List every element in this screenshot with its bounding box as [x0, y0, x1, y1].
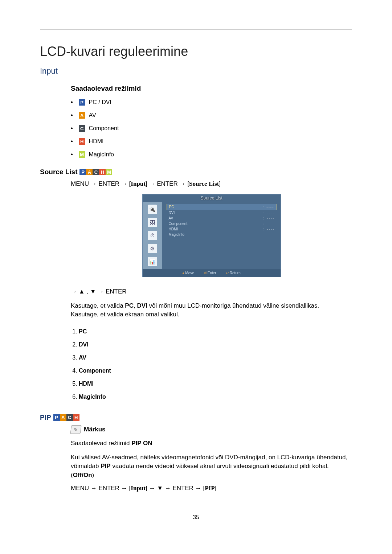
osd-footer: ♦Move ⏎Enter ↩Return — [143, 269, 281, 277]
menu-step: ENTER — [99, 485, 120, 492]
p-icon: P — [53, 414, 60, 421]
mode-label: PC / DVI — [89, 99, 111, 106]
menu-step-bold: PIP — [205, 485, 215, 492]
osd-nav-icon: 🖼 — [148, 218, 157, 227]
osd-footer-move: ♦Move — [182, 271, 194, 275]
mode-magicinfo: M MagicInfo — [71, 151, 352, 158]
osd-footer-label: Return — [230, 271, 241, 275]
pip-bold-offon: Off/On — [73, 472, 92, 479]
list-item-label: MagicInfo — [79, 394, 106, 400]
osd-nav-icon: 🔌 — [148, 205, 157, 214]
pip-menu-path: MENU → ENTER → [Input] → ▼ → ENTER → [PI… — [71, 485, 352, 492]
source-list-desc: Kasutage, et valida PC, DVI või mõni muu… — [71, 301, 352, 319]
osd-item-value: : ---- — [264, 222, 275, 226]
list-item: AV — [79, 351, 352, 364]
list-item-label: AV — [79, 354, 86, 361]
c-icon: C — [93, 169, 99, 175]
menu-step: ENTER — [99, 180, 120, 187]
osd-nav-icon: 📊 — [148, 257, 157, 266]
h-icon: H — [79, 138, 85, 145]
mode-list: P PC / DVI A AV C Component H HDMI M M — [71, 99, 352, 158]
top-rule — [40, 29, 352, 29]
osd-panel: Source List 🔌 🖼 ⏱ ⚙ 📊 PC: ---- DVI: ----… — [142, 194, 281, 277]
osd-nav-icon: ⚙ — [148, 244, 157, 253]
menu-step: ENTER — [157, 180, 178, 187]
osd-footer-label: Move — [185, 271, 194, 275]
list-item-label: DVI — [79, 341, 89, 348]
pip-note-bold: PIP ON — [131, 440, 152, 447]
list-item: MagicInfo — [79, 390, 352, 403]
pip-bold-pip: PIP — [101, 463, 110, 469]
input-heading: Input — [40, 66, 352, 76]
bold-pc: PC — [125, 302, 134, 309]
source-list-heading-row: Source List P A C H M — [40, 168, 352, 176]
source-list-block: MENU → ENTER → [Input] → ENTER → [Source… — [71, 180, 352, 403]
menu-step: MENU — [71, 180, 89, 187]
pip-note-text: Saadaolevad režiimid PIP ON — [71, 439, 352, 448]
p-icon: P — [79, 169, 86, 175]
osd-item-label: MagicInfo — [169, 233, 184, 237]
source-list-heading: Source List — [40, 168, 77, 176]
osd-item: DVI: ---- — [167, 210, 277, 216]
list-item: Component — [79, 364, 352, 377]
osd-main: PC: ---- DVI: ---- AV: ---- Component: -… — [162, 202, 281, 269]
section-input: Input Saadaolevad režiimid P PC / DVI A … — [40, 66, 352, 158]
osd-item-label: PC — [169, 205, 174, 209]
note-row: ✎ Märkus — [71, 425, 352, 434]
osd-footer-return: ↩Return — [226, 271, 241, 275]
bold-dvi: DVI — [137, 302, 147, 309]
menu-step-bold: Input — [131, 180, 146, 187]
h-icon: H — [73, 414, 79, 421]
c-icon: C — [66, 414, 73, 421]
osd-item-selected: PC: ---- — [167, 204, 277, 210]
list-item: DVI — [79, 338, 352, 351]
menu-step: ENTER — [172, 485, 193, 492]
osd-item-value: : ---- — [264, 211, 275, 215]
osd-item: MagicInfo — [167, 232, 277, 237]
h-icon: H — [99, 169, 106, 175]
osd-item-label: AV — [169, 216, 173, 220]
desc-line2: Kasutage, et valida ekraan omal valikul. — [71, 311, 180, 318]
nav-instruction: → ▲ , ▼ → ENTER — [71, 287, 352, 296]
a-icon: A — [86, 169, 93, 175]
osd-title: Source List — [143, 194, 281, 202]
badge-strip: P A C H — [53, 414, 79, 421]
pip-block: ✎ Märkus Saadaolevad režiimid PIP ON Kui… — [71, 425, 352, 492]
a-icon: A — [60, 414, 66, 421]
source-list-menu-path: MENU → ENTER → [Input] → ENTER → [Source… — [71, 180, 352, 188]
mode-av: A AV — [71, 112, 352, 119]
list-item-label: PC — [79, 328, 87, 335]
page: LCD-kuvari reguleerimine Input Saadaolev… — [0, 0, 392, 554]
menu-step: MENU — [71, 485, 89, 492]
osd-item-label: Component — [169, 222, 188, 226]
c-icon: C — [79, 125, 85, 132]
osd-footer-label: Enter — [208, 271, 216, 275]
source-item-list: PC DVI AV Component HDMI MagicInfo — [71, 325, 352, 403]
pip-heading-row: PIP P A C H — [40, 414, 352, 422]
list-item: PC — [79, 325, 352, 338]
arrow-down-icon: ▼ — [157, 485, 163, 492]
osd-footer-enter: ⏎Enter — [204, 271, 216, 275]
pip-body-seg: ) — [92, 472, 94, 479]
m-icon: M — [106, 169, 112, 175]
osd-nav-icon: ⏱ — [148, 231, 157, 240]
badge-strip: P A C H M — [79, 169, 112, 175]
osd-screenshot: Source List 🔌 🖼 ⏱ ⚙ 📊 PC: ---- DVI: ----… — [71, 194, 352, 277]
bottom-rule — [40, 503, 352, 503]
pip-note-prefix: Saadaolevad režiimid — [71, 440, 131, 447]
mode-label: MagicInfo — [89, 151, 114, 158]
osd-item: HDMI: ---- — [167, 226, 277, 232]
osd-item: AV: ---- — [167, 216, 277, 221]
mode-label: Component — [89, 125, 119, 132]
mode-label: HDMI — [89, 138, 104, 145]
pip-heading: PIP — [40, 414, 51, 422]
page-title: LCD-kuvari reguleerimine — [40, 44, 352, 59]
osd-sidebar: 🔌 🖼 ⏱ ⚙ 📊 — [143, 202, 162, 269]
osd-item-value: : ---- — [264, 227, 275, 231]
list-item: HDMI — [79, 377, 352, 390]
mode-component: C Component — [71, 125, 352, 132]
menu-step-bold: Source List — [189, 180, 219, 187]
p-icon: P — [79, 99, 85, 106]
list-item-label: Component — [79, 368, 111, 374]
modes-heading: Saadaolevad režiimid — [71, 85, 352, 93]
